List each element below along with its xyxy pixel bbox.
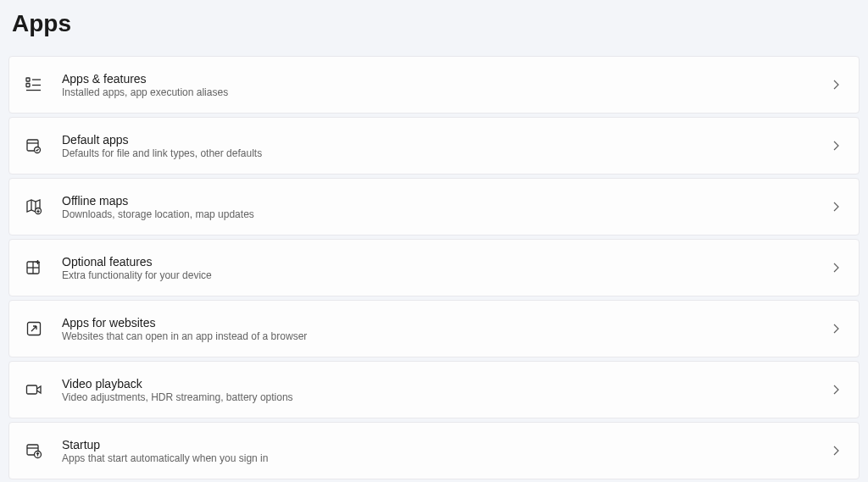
- item-text: Apps & features Installed apps, app exec…: [62, 72, 830, 98]
- item-title: Video playback: [62, 377, 830, 391]
- item-title: Offline maps: [62, 194, 830, 208]
- item-subtitle: Downloads, storage location, map updates: [62, 208, 830, 220]
- chevron-right-icon: [830, 262, 842, 274]
- page-title: Apps: [12, 10, 860, 37]
- chevron-right-icon: [830, 384, 842, 396]
- chevron-right-icon: [830, 79, 842, 91]
- item-text: Optional features Extra functionality fo…: [62, 255, 830, 281]
- optional-features-icon: [25, 258, 43, 277]
- item-title: Apps for websites: [62, 316, 830, 330]
- item-subtitle: Apps that start automatically when you s…: [62, 452, 830, 464]
- item-title: Startup: [62, 438, 830, 452]
- item-subtitle: Websites that can open in an app instead…: [62, 330, 830, 342]
- settings-item-apps-for-websites[interactable]: Apps for websites Websites that can open…: [8, 300, 860, 357]
- settings-item-optional-features[interactable]: Optional features Extra functionality fo…: [8, 239, 860, 296]
- settings-item-startup[interactable]: Startup Apps that start automatically wh…: [8, 422, 860, 479]
- settings-item-default-apps[interactable]: Default apps Defaults for file and link …: [8, 117, 860, 175]
- item-text: Default apps Defaults for file and link …: [62, 133, 830, 159]
- item-subtitle: Defaults for file and link types, other …: [62, 147, 830, 159]
- item-subtitle: Installed apps, app execution aliases: [62, 86, 830, 98]
- item-text: Video playback Video adjustments, HDR st…: [62, 377, 830, 403]
- chevron-right-icon: [830, 323, 842, 335]
- item-title: Default apps: [62, 133, 830, 147]
- chevron-right-icon: [830, 140, 842, 152]
- item-title: Apps & features: [62, 72, 830, 86]
- item-title: Optional features: [62, 255, 830, 269]
- settings-item-offline-maps[interactable]: Offline maps Downloads, storage location…: [8, 178, 860, 235]
- chevron-right-icon: [830, 201, 842, 213]
- settings-item-video-playback[interactable]: Video playback Video adjustments, HDR st…: [8, 361, 860, 418]
- svg-rect-17: [27, 385, 37, 394]
- item-text: Apps for websites Websites that can open…: [62, 316, 830, 342]
- startup-icon: [25, 441, 43, 460]
- settings-list: Apps & features Installed apps, app exec…: [8, 56, 860, 479]
- item-subtitle: Video adjustments, HDR streaming, batter…: [62, 391, 830, 403]
- default-apps-icon: [25, 136, 43, 155]
- video-icon: [25, 380, 43, 399]
- chevron-right-icon: [830, 445, 842, 457]
- websites-icon: [25, 319, 43, 338]
- apps-list-icon: [25, 75, 43, 94]
- item-text: Offline maps Downloads, storage location…: [62, 194, 830, 220]
- item-text: Startup Apps that start automatically wh…: [62, 438, 830, 464]
- svg-rect-1: [26, 84, 30, 87]
- item-subtitle: Extra functionality for your device: [62, 269, 830, 281]
- settings-item-apps-features[interactable]: Apps & features Installed apps, app exec…: [8, 56, 860, 114]
- svg-rect-0: [26, 78, 30, 81]
- map-icon: [25, 197, 43, 216]
